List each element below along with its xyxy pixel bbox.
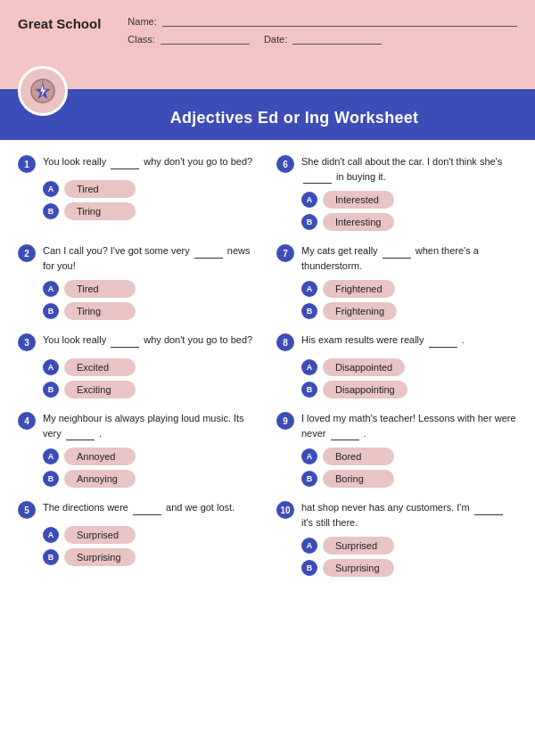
options-list: AInterestedBInteresting: [301, 191, 517, 231]
option-pill-b[interactable]: Annoying: [64, 470, 136, 488]
options-list: ABoredBBoring: [301, 448, 517, 488]
question-header: 7My cats get really when there's a thund…: [276, 243, 517, 273]
option-pill-b[interactable]: Tiring: [64, 202, 136, 220]
option-pill-a[interactable]: Excited: [64, 358, 136, 376]
option-a[interactable]: ADisappointed: [301, 358, 517, 376]
name-line: [162, 16, 517, 27]
option-b[interactable]: BTiring: [43, 202, 259, 220]
options-list: AAnnoyedBAnnoying: [43, 448, 259, 488]
option-b[interactable]: BSurprising: [301, 559, 517, 577]
question-number: 3: [18, 333, 36, 351]
question-number: 10: [276, 501, 294, 519]
option-b[interactable]: BExciting: [43, 381, 259, 399]
option-a[interactable]: AExcited: [43, 358, 259, 376]
option-a[interactable]: ASurprised: [301, 537, 517, 555]
question-number: 4: [18, 412, 36, 430]
option-b[interactable]: BFrightening: [301, 302, 517, 320]
option-letter-b: B: [43, 303, 59, 319]
question-block-7: 7My cats get really when there's a thund…: [276, 243, 517, 320]
option-pill-b[interactable]: Surprising: [323, 559, 394, 577]
options-list: ADisappointedBDisappointing: [301, 358, 517, 399]
form-fields: Name: Class: Date:: [128, 16, 517, 45]
option-letter-a: A: [301, 192, 317, 208]
option-pill-b[interactable]: Interesting: [323, 213, 394, 231]
question-number: 8: [276, 333, 294, 351]
option-b[interactable]: BInteresting: [301, 213, 517, 231]
options-list: ASurprisedBSurprising: [43, 526, 259, 566]
option-a[interactable]: ABored: [301, 448, 517, 465]
header: Great School Name: Class: Date:: [0, 0, 535, 89]
question-block-2: 2Can I call you? I've got some very news…: [18, 243, 259, 320]
option-b[interactable]: BAnnoying: [43, 470, 259, 488]
option-pill-a[interactable]: Bored: [323, 448, 394, 465]
option-a[interactable]: AAnnoyed: [43, 448, 259, 465]
question-block-6: 6She didn't call about the car. I don't …: [276, 154, 517, 231]
question-number: 5: [18, 501, 36, 519]
question-header: 8His exam results were really .: [276, 333, 517, 351]
option-letter-a: A: [43, 181, 59, 197]
date-label: Date:: [264, 34, 287, 45]
option-letter-a: A: [43, 448, 59, 464]
option-a[interactable]: AFrightened: [301, 280, 517, 298]
option-letter-a: A: [43, 527, 59, 543]
option-a[interactable]: ASurprised: [43, 526, 259, 544]
option-a[interactable]: ATired: [43, 280, 259, 298]
question-number: 6: [276, 155, 294, 173]
question-header: 9I loved my math's teacher! Lessons with…: [276, 411, 517, 440]
class-date-row: Class: Date:: [128, 34, 517, 45]
option-b[interactable]: BTiring: [43, 302, 259, 320]
title-bar: Adjectives Ed or Ing Worksheet: [0, 89, 535, 140]
option-pill-a[interactable]: Interested: [323, 191, 394, 209]
option-letter-b: B: [43, 549, 59, 565]
option-letter-b: B: [43, 382, 59, 398]
question-header: 3You look really why don't you go to bed…: [18, 333, 259, 351]
option-letter-b: B: [43, 471, 59, 487]
badge-icon: [18, 66, 68, 116]
question-block-5: 5The directions were and we got lost.ASu…: [18, 500, 259, 577]
question-header: 4My neighbour is always playing loud mus…: [18, 411, 259, 440]
option-pill-a[interactable]: Surprised: [64, 526, 136, 544]
option-pill-a[interactable]: Disappointed: [323, 358, 405, 376]
worksheet-title: Adjectives Ed or Ing Worksheet: [170, 109, 419, 127]
question-number: 2: [18, 244, 36, 262]
option-pill-b[interactable]: Tiring: [64, 302, 136, 320]
name-row: Name:: [128, 16, 517, 27]
option-pill-b[interactable]: Exciting: [64, 381, 136, 399]
option-pill-a[interactable]: Annoyed: [64, 448, 136, 465]
option-letter-a: A: [301, 281, 317, 297]
question-text: My neighbour is always playing loud musi…: [43, 411, 259, 440]
question-text: His exam results were really .: [301, 333, 465, 348]
question-text: You look really why don't you go to bed?: [43, 333, 252, 348]
option-letter-b: B: [43, 203, 59, 219]
option-pill-a[interactable]: Frightened: [323, 280, 395, 298]
option-pill-a[interactable]: Surprised: [323, 537, 394, 555]
question-text: hat shop never has any customers. I'm it…: [301, 500, 517, 530]
question-text: Can I call you? I've got some very news …: [43, 243, 259, 273]
question-text: You look really why don't you go to bed?: [43, 154, 252, 169]
option-letter-a: A: [301, 538, 317, 554]
name-label: Name:: [128, 16, 156, 27]
option-b[interactable]: BSurprising: [43, 548, 259, 566]
question-block-9: 9I loved my math's teacher! Lessons with…: [276, 411, 517, 488]
option-a[interactable]: ATired: [43, 180, 259, 198]
option-letter-a: A: [301, 448, 317, 464]
question-text: I loved my math's teacher! Lessons with …: [301, 411, 517, 440]
option-b[interactable]: BBoring: [301, 470, 517, 488]
option-a[interactable]: AInterested: [301, 191, 517, 209]
question-header: 1You look really why don't you go to bed…: [18, 154, 259, 173]
options-list: ATiredBTiring: [43, 180, 259, 220]
question-text: She didn't call about the car. I don't t…: [301, 154, 517, 184]
option-pill-a[interactable]: Tired: [64, 180, 136, 198]
option-pill-b[interactable]: Surprising: [64, 548, 136, 566]
option-letter-b: B: [301, 560, 317, 576]
option-pill-a[interactable]: Tired: [64, 280, 136, 298]
option-pill-b[interactable]: Frightening: [323, 302, 397, 320]
option-pill-b[interactable]: Boring: [323, 470, 394, 488]
questions-grid: 1You look really why don't you go to bed…: [0, 140, 535, 591]
option-pill-b[interactable]: Disappointing: [323, 381, 407, 399]
option-b[interactable]: BDisappointing: [301, 381, 517, 399]
question-number: 7: [276, 244, 294, 262]
question-header: 5The directions were and we got lost.: [18, 500, 259, 519]
question-header: 6She didn't call about the car. I don't …: [276, 154, 517, 184]
date-line: [292, 34, 382, 45]
